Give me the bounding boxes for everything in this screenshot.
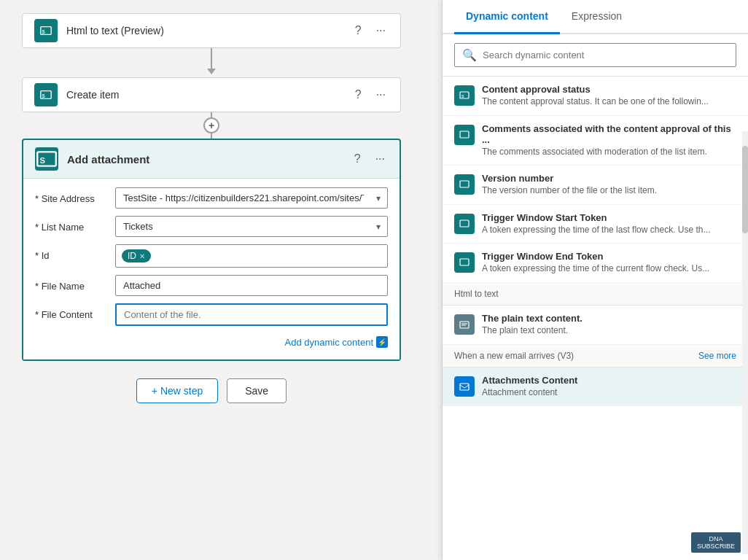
comments-title: Comments associated with the content app… xyxy=(482,123,736,145)
trigger-end-content: Trigger Window End Token A token express… xyxy=(482,251,736,275)
content-approval-desc: The content approval status. It can be o… xyxy=(482,96,736,108)
dynamic-item-trigger-end[interactable]: Trigger Window End Token A token express… xyxy=(443,244,748,283)
file-content-control xyxy=(115,303,388,326)
create-help-button[interactable]: ? xyxy=(352,85,365,104)
plain-text-desc: The plain text content. xyxy=(482,325,736,337)
plus-button[interactable]: + xyxy=(203,117,219,133)
comments-desc: The comments associated with moderation … xyxy=(482,147,736,158)
comments-content: Comments associated with the content app… xyxy=(482,123,736,158)
attachment-body: * Site Address TestSite - https://citize… xyxy=(23,179,400,359)
attachment-step-icon: S xyxy=(35,147,58,171)
attachment-help-button[interactable]: ? xyxy=(351,149,364,168)
attachments-content-icon xyxy=(454,376,475,397)
panel-tabs: Dynamic content Expression xyxy=(443,0,748,34)
create-step-actions: ? ··· xyxy=(352,85,389,104)
search-input[interactable] xyxy=(483,50,728,61)
id-row: * Id ID ✕ xyxy=(35,244,388,268)
scrollbar-track xyxy=(742,131,748,554)
dynamic-list: S Content approval status The content ap… xyxy=(443,77,748,560)
svg-rect-11 xyxy=(460,259,469,265)
add-attachment-card: S Add attachment ? ··· * Site Address xyxy=(22,139,401,361)
site-address-control: TestSite - https://citizenbuilders221.sh… xyxy=(115,187,388,209)
site-address-label: * Site Address xyxy=(35,187,115,204)
id-control: ID ✕ xyxy=(115,244,388,268)
dynamic-item-content-approval[interactable]: S Content approval status The content ap… xyxy=(443,77,748,116)
trigger-start-icon xyxy=(454,214,475,234)
see-more-button[interactable]: See more xyxy=(698,351,736,361)
dynamic-item-comments[interactable]: Comments associated with the content app… xyxy=(443,116,748,166)
attachment-actions: ? ··· xyxy=(351,149,388,168)
list-name-select[interactable]: Tickets xyxy=(115,216,388,237)
comments-icon xyxy=(454,125,475,145)
dynamic-item-trigger-start[interactable]: Trigger Window Start Token A token expre… xyxy=(443,205,748,244)
file-content-label: * File Content xyxy=(35,303,115,320)
trigger-start-content: Trigger Window Start Token A token expre… xyxy=(482,212,736,236)
save-button[interactable]: Save xyxy=(227,378,287,403)
tab-expression[interactable]: Expression xyxy=(560,0,634,34)
arrow-1 xyxy=(22,48,401,77)
html-more-button[interactable]: ··· xyxy=(373,21,389,40)
dynamic-item-attachments-content[interactable]: Attachments Content Attachment content xyxy=(443,368,748,407)
plain-text-icon xyxy=(454,314,475,335)
attachment-more-button[interactable]: ··· xyxy=(373,149,388,168)
create-more-button[interactable]: ··· xyxy=(373,85,389,104)
search-icon: 🔍 xyxy=(462,48,477,62)
html-step-icon: S xyxy=(34,19,58,42)
version-desc: The version number of the file or the li… xyxy=(482,185,736,197)
arrow-plus-1: + xyxy=(22,112,401,139)
scrollbar-thumb[interactable] xyxy=(742,146,748,233)
version-content: Version number The version number of the… xyxy=(482,173,736,197)
dynamic-item-plain-text[interactable]: The plain text content. The plain text c… xyxy=(443,306,748,345)
plain-text-title: The plain text content. xyxy=(482,313,736,324)
create-step-title: Create item xyxy=(66,89,352,101)
add-dynamic-button[interactable]: Add dynamic content ⚡ xyxy=(285,336,388,348)
add-dynamic-label: Add dynamic content xyxy=(285,337,373,348)
canvas: S Html to text (Preview) ? ··· S xyxy=(0,0,748,560)
svg-text:S: S xyxy=(461,94,464,98)
list-name-row: * List Name Tickets ▾ xyxy=(35,216,388,237)
file-content-input[interactable] xyxy=(115,303,388,326)
email-section-label: When a new email arrives (V3) xyxy=(454,351,574,361)
tab-dynamic-content[interactable]: Dynamic content xyxy=(454,0,560,34)
id-token: ID ✕ xyxy=(122,249,151,262)
content-approval-title: Content approval status xyxy=(482,84,736,95)
svg-text:S: S xyxy=(42,29,45,34)
search-input-wrapper: 🔍 xyxy=(454,43,736,67)
watermark-text: DNA SUBSCRIBE xyxy=(691,532,741,553)
file-name-row: * File Name xyxy=(35,275,388,296)
create-step-icon: S xyxy=(34,83,58,106)
email-section-header: When a new email arrives (V3) See more xyxy=(443,345,748,368)
html-section-label: Html to text xyxy=(454,289,499,299)
site-address-row: * Site Address TestSite - https://citize… xyxy=(35,187,388,209)
trigger-start-desc: A token expressing the time of the last … xyxy=(482,225,736,236)
file-content-row: * File Content xyxy=(35,303,388,326)
site-address-select[interactable]: TestSite - https://citizenbuilders221.sh… xyxy=(115,187,388,209)
site-address-select-wrapper: TestSite - https://citizenbuilders221.sh… xyxy=(115,187,388,209)
add-dynamic-row: Add dynamic content ⚡ xyxy=(35,333,388,348)
file-name-input[interactable] xyxy=(115,275,388,296)
html-step-title: Html to text (Preview) xyxy=(66,25,352,36)
svg-rect-9 xyxy=(460,181,469,187)
arrow-head-1 xyxy=(207,69,216,74)
id-token-remove[interactable]: ✕ xyxy=(139,252,145,260)
id-token-area[interactable]: ID ✕ xyxy=(115,244,388,268)
id-label: * Id xyxy=(35,244,115,261)
new-step-button[interactable]: + New step xyxy=(136,378,218,403)
attachments-content-desc: Attachment content xyxy=(482,387,736,399)
trigger-end-title: Trigger Window End Token xyxy=(482,251,736,262)
step-html-to-text[interactable]: S Html to text (Preview) ? ··· xyxy=(22,13,401,48)
lightning-icon: ⚡ xyxy=(376,336,388,348)
trigger-end-desc: A token expressing the time of the curre… xyxy=(482,263,736,275)
dynamic-item-version[interactable]: Version number The version number of the… xyxy=(443,166,748,205)
html-help-button[interactable]: ? xyxy=(352,21,365,40)
step-create-item[interactable]: S Create item ? ··· xyxy=(22,77,401,112)
svg-text:S: S xyxy=(42,93,45,98)
content-approval-icon: S xyxy=(454,85,475,106)
svg-rect-10 xyxy=(460,220,469,227)
search-box: 🔍 xyxy=(443,34,748,77)
svg-rect-8 xyxy=(460,131,469,138)
content-approval-content: Content approval status The content appr… xyxy=(482,84,736,108)
html-step-actions: ? ··· xyxy=(352,21,389,40)
version-icon xyxy=(454,174,475,195)
action-buttons: + New step Save xyxy=(22,378,401,403)
